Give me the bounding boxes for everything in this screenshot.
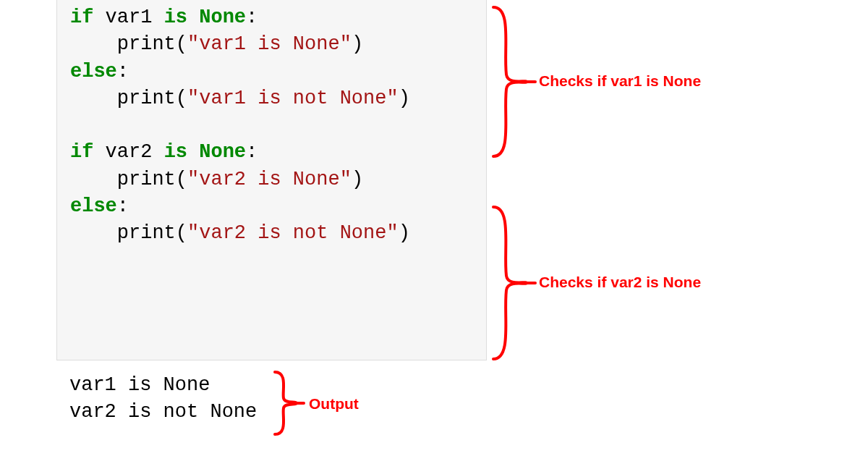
fn-print: print bbox=[117, 33, 176, 55]
code-block: if var1 is None: print("var1 is None") e… bbox=[56, 0, 487, 360]
kw-is: is bbox=[164, 7, 187, 28]
kw-if: if bbox=[70, 141, 93, 163]
brace-icon bbox=[492, 206, 535, 360]
kw-else: else bbox=[70, 195, 117, 217]
colon: : bbox=[246, 141, 258, 163]
kw-none: None bbox=[199, 7, 246, 28]
colon: : bbox=[117, 195, 129, 217]
annotation-label: Checks if var1 is None bbox=[539, 72, 701, 90]
brace-icon bbox=[492, 6, 535, 158]
code-text: if var1 is None: print("var1 is None") e… bbox=[57, 0, 486, 247]
fn-print: print bbox=[117, 88, 176, 109]
kw-is: is bbox=[164, 141, 187, 163]
paren: ( bbox=[176, 222, 187, 244]
brace-icon bbox=[273, 371, 304, 436]
kw-if: if bbox=[70, 7, 93, 28]
paren: ) bbox=[399, 88, 410, 109]
paren: ) bbox=[352, 33, 363, 55]
var: var2 bbox=[106, 141, 153, 163]
string: "var2 is not None" bbox=[187, 222, 399, 244]
string: "var1 is not None" bbox=[187, 88, 399, 109]
output-line: var1 is None bbox=[69, 374, 210, 396]
colon: : bbox=[246, 7, 258, 28]
annotation-label: Checks if var2 is None bbox=[539, 274, 701, 291]
colon: : bbox=[117, 61, 129, 83]
kw-else: else bbox=[70, 61, 117, 83]
paren: ( bbox=[176, 33, 187, 55]
paren: ( bbox=[176, 169, 187, 190]
paren: ( bbox=[176, 88, 187, 109]
fn-print: print bbox=[117, 169, 176, 190]
paren: ) bbox=[399, 222, 410, 244]
var: var1 bbox=[106, 7, 153, 28]
output-block: var1 is None var2 is not None bbox=[69, 372, 257, 426]
paren: ) bbox=[352, 169, 363, 190]
kw-none: None bbox=[199, 141, 246, 163]
output-line: var2 is not None bbox=[69, 401, 257, 423]
string: "var1 is None" bbox=[187, 33, 352, 55]
annotation-label: Output bbox=[309, 395, 359, 413]
figure: { "code": { "block1": { "line1": {"kw_if… bbox=[0, 0, 868, 456]
fn-print: print bbox=[117, 222, 176, 244]
string: "var2 is None" bbox=[187, 169, 352, 190]
